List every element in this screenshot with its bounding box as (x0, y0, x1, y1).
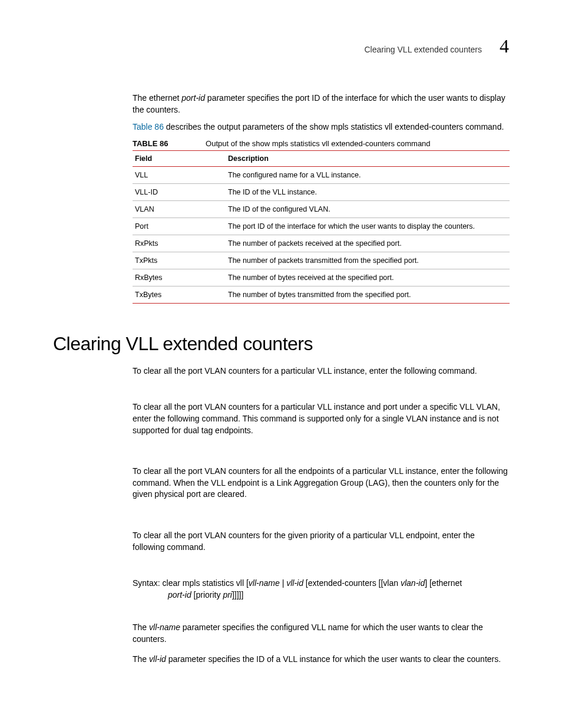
param-vll-id: vll-id (149, 654, 166, 664)
table-title: Output of the show mpls statistics vll e… (206, 139, 431, 148)
cell-field: TxBytes (133, 286, 226, 303)
param-port-id: port-id (168, 590, 191, 599)
cell-desc: The ID of the configured VLAN. (226, 200, 510, 218)
param-vlan-id: vlan-id (401, 578, 425, 588)
cell-desc: The configured name for a VLL instance. (226, 166, 510, 183)
col-description: Description (226, 150, 510, 166)
syntax-command: clear mpls statistics vll [vll-name | vl… (163, 578, 462, 588)
tail-paras: The vll-name parameter specifies the con… (133, 622, 509, 665)
cell-field: VLAN (133, 200, 226, 218)
para-1: To clear all the port VLAN counters for … (133, 365, 509, 377)
text: parameter specifies the ID of a VLL inst… (166, 654, 501, 664)
text: The (133, 622, 149, 632)
intro-para-1: The ethernet port-id parameter specifies… (133, 93, 509, 116)
page: Clearing VLL extended counters 4 The eth… (0, 0, 562, 728)
param-pri: pri (223, 590, 232, 599)
cell-desc: The port ID of the interface for which t… (226, 218, 510, 235)
intro-para-2: Table 86 describes the output parameters… (133, 121, 509, 133)
table-86: TABLE 86 Output of the show mpls statist… (133, 139, 509, 304)
table-row: VLLThe configured name for a VLL instanc… (133, 166, 510, 183)
cell-desc: The number of packets received at the sp… (226, 235, 510, 252)
cell-field: RxBytes (133, 269, 226, 286)
running-header: Clearing VLL extended counters 4 (53, 35, 509, 57)
col-field: Field (133, 150, 226, 166)
text: ]]]]] (232, 590, 243, 599)
param-port-id: port-id (181, 93, 205, 103)
output-table: Field Description VLLThe configured name… (133, 150, 510, 304)
table-row: VLL-IDThe ID of the VLL instance. (133, 183, 510, 200)
table-label: TABLE 86 (133, 139, 168, 148)
table-caption: TABLE 86 Output of the show mpls statist… (133, 139, 509, 148)
cell-desc: The ID of the VLL instance. (226, 183, 510, 200)
text: parameter specifies the configured VLL n… (133, 622, 483, 644)
cell-field: Port (133, 218, 226, 235)
table-link[interactable]: Table 86 (133, 122, 164, 131)
cell-field: VLL-ID (133, 183, 226, 200)
para-4: To clear all the port VLAN counters for … (133, 530, 509, 553)
table-row: PortThe port ID of the interface for whi… (133, 218, 510, 235)
table-row: RxBytesThe number of bytes received at t… (133, 269, 510, 286)
text: | (280, 578, 286, 588)
param-vll-name: vll-name (149, 622, 180, 632)
cell-desc: The number of bytes transmitted from the… (226, 286, 510, 303)
table-row: VLANThe ID of the configured VLAN. (133, 200, 510, 218)
tail-para-2: The vll-id parameter specifies the ID of… (133, 654, 509, 666)
section-body: To clear all the port VLAN counters for … (133, 365, 509, 553)
text: ] [ethernet (425, 578, 462, 588)
cell-field: VLL (133, 166, 226, 183)
param-vll-id: vll-id (286, 578, 303, 588)
intro-block: The ethernet port-id parameter specifies… (133, 93, 509, 133)
param-vll-name: vll-name (249, 578, 280, 588)
cell-field: TxPkts (133, 252, 226, 269)
text: [priority (191, 590, 223, 599)
text: The (133, 654, 149, 664)
running-title: Clearing VLL extended counters (365, 45, 482, 54)
para-2: To clear all the port VLAN counters for … (133, 401, 509, 436)
cell-desc: The number of packets transmitted from t… (226, 252, 510, 269)
table-row: TxBytesThe number of bytes transmitted f… (133, 286, 510, 303)
cell-field: RxPkts (133, 235, 226, 252)
syntax-line-2: port-id [priority pri]]]]] (168, 589, 509, 601)
tail-para-1: The vll-name parameter specifies the con… (133, 622, 509, 645)
text: clear mpls statistics vll [ (163, 578, 249, 588)
text: describes the output parameters of the s… (164, 122, 504, 131)
syntax-block: Syntax: clear mpls statistics vll [vll-n… (133, 578, 509, 601)
table-header-row: Field Description (133, 150, 510, 166)
section-heading: Clearing VLL extended counters (53, 333, 509, 355)
table-row: RxPktsThe number of packets received at … (133, 235, 510, 252)
para-3: To clear all the port VLAN counters for … (133, 466, 509, 500)
cell-desc: The number of bytes received at the spec… (226, 269, 510, 286)
text: The ethernet (133, 93, 181, 103)
text: [extended-counters [[vlan (303, 578, 401, 588)
chapter-number: 4 (500, 35, 509, 57)
table-row: TxPktsThe number of packets transmitted … (133, 252, 510, 269)
syntax-label: Syntax: (133, 578, 160, 588)
